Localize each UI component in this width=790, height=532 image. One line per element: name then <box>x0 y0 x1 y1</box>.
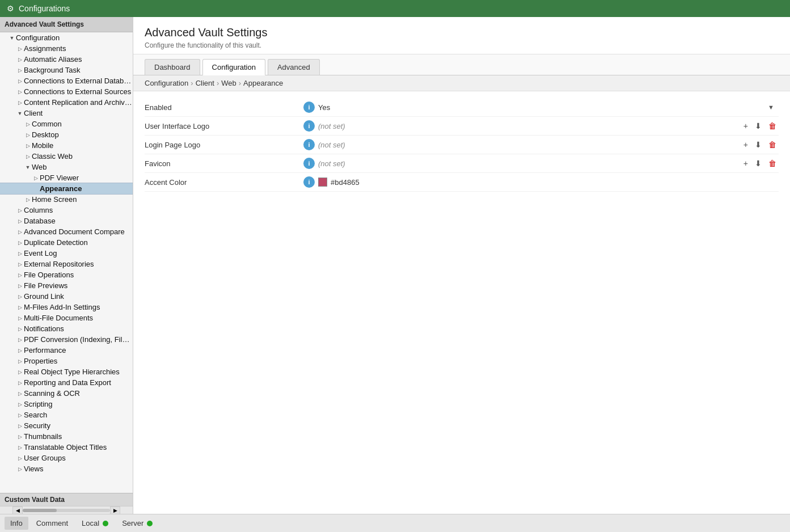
tab-configuration[interactable]: Configuration <box>202 59 265 75</box>
sidebar-item-user-groups[interactable]: ▷User Groups <box>0 453 133 463</box>
sidebar-item-assignments[interactable]: ▷Assignments <box>0 43 133 54</box>
status-tab-local[interactable]: Local <box>76 517 114 530</box>
tree-arrow: ▷ <box>16 217 24 225</box>
add-btn-user-interface-logo[interactable]: + <box>741 120 750 132</box>
status-tab-info[interactable]: Info <box>5 517 28 530</box>
gear-icon: ⚙ <box>7 4 14 13</box>
scrollbar-thumb[interactable] <box>23 509 57 512</box>
sidebar-item-search[interactable]: ▷Search <box>0 409 133 420</box>
sidebar-horizontal-scrollbar[interactable]: ◀ ▶ <box>0 506 133 514</box>
settings-area: EnablediYes▼User Interface Logoi(not set… <box>133 91 790 514</box>
settings-actions-login-page-logo: +⬇🗑 <box>741 139 779 150</box>
tree-arrow: ▷ <box>16 228 24 236</box>
add-btn-login-page-logo[interactable]: + <box>741 139 750 150</box>
sidebar-item-configuration[interactable]: ▼Configuration <box>0 32 133 43</box>
tree-arrow: ▷ <box>16 347 24 354</box>
sidebar-item-real-object-types[interactable]: ▷Real Object Type Hierarchies <box>0 366 133 377</box>
tree-arrow: ▷ <box>16 325 24 333</box>
tree-label: Scripting <box>24 400 133 408</box>
scroll-right-btn[interactable]: ▶ <box>110 506 120 514</box>
sidebar-item-desktop[interactable]: ▷Desktop <box>0 129 133 140</box>
info-icon-login-page-logo[interactable]: i <box>303 139 315 150</box>
settings-row-login-page-logo: Login Page Logoi(not set)+⬇🗑 <box>145 136 779 154</box>
tree-label: Content Replication and Archiving <box>24 98 133 107</box>
sidebar-item-database[interactable]: ▷Database <box>0 216 133 226</box>
sidebar-item-connections-ext-sources[interactable]: ▷Connections to External Sources <box>0 86 133 97</box>
tree-arrow: ▷ <box>16 400 24 408</box>
sidebar-content[interactable]: ▼Configuration▷Assignments▷Automatic Ali… <box>0 32 133 493</box>
sidebar-item-home-screen[interactable]: ▷Home Screen <box>0 194 133 205</box>
sidebar-item-connections-ext-db[interactable]: ▷Connections to External Database <box>0 75 133 86</box>
delete-btn-favicon[interactable]: 🗑 <box>766 158 779 169</box>
tree-arrow: ▷ <box>24 142 32 150</box>
tree-label: Automatic Aliases <box>24 55 133 64</box>
sidebar-item-web[interactable]: ▼Web <box>0 162 133 172</box>
sidebar-item-columns[interactable]: ▷Columns <box>0 205 133 216</box>
delete-btn-login-page-logo[interactable]: 🗑 <box>766 139 779 150</box>
info-icon-enabled[interactable]: i <box>303 102 315 113</box>
tabs-bar: DashboardConfigurationAdvanced <box>133 54 790 75</box>
sidebar-item-duplicate-detection[interactable]: ▷Duplicate Detection <box>0 237 133 248</box>
sidebar-item-mobile[interactable]: ▷Mobile <box>0 140 133 151</box>
download-btn-login-page-logo[interactable]: ⬇ <box>753 139 764 150</box>
tree-label: Assignments <box>24 44 133 53</box>
sidebar-footer-custom-vault[interactable]: Custom Vault Data <box>0 493 133 506</box>
add-btn-favicon[interactable]: + <box>741 158 750 169</box>
sidebar-item-content-replication[interactable]: ▷Content Replication and Archiving <box>0 97 133 108</box>
sidebar-item-scripting[interactable]: ▷Scripting <box>0 399 133 409</box>
breadcrumb-item-1[interactable]: Client <box>196 79 214 87</box>
settings-row-favicon: Faviconi(not set)+⬇🗑 <box>145 154 779 173</box>
sidebar-item-advanced-doc-compare[interactable]: ▷Advanced Document Compare <box>0 226 133 237</box>
tree-label: Security <box>24 421 133 430</box>
sidebar-item-file-operations[interactable]: ▷File Operations <box>0 269 133 280</box>
sidebar-item-automatic-aliases[interactable]: ▷Automatic Aliases <box>0 54 133 65</box>
sidebar-item-scanning-ocr[interactable]: ▷Scanning & OCR <box>0 388 133 399</box>
sidebar-item-thumbnails[interactable]: ▷Thumbnails <box>0 431 133 442</box>
sidebar-item-event-log[interactable]: ▷Event Log <box>0 248 133 259</box>
download-btn-user-interface-logo[interactable]: ⬇ <box>753 120 764 132</box>
scroll-left-btn[interactable]: ◀ <box>12 506 23 514</box>
sidebar-item-security[interactable]: ▷Security <box>0 420 133 431</box>
tree-arrow: ▷ <box>24 196 32 204</box>
sidebar-item-multi-file[interactable]: ▷Multi-File Documents <box>0 313 133 323</box>
sidebar-item-file-previews[interactable]: ▷File Previews <box>0 280 133 291</box>
sidebar-item-ground-link[interactable]: ▷Ground Link <box>0 291 133 302</box>
sidebar-item-external-repositories[interactable]: ▷External Repositories <box>0 259 133 269</box>
status-tab-server[interactable]: Server <box>116 517 158 530</box>
breadcrumb-item-2[interactable]: Web <box>221 79 236 87</box>
tree-label: Connections to External Database <box>24 77 133 85</box>
sidebar-item-notifications[interactable]: ▷Notifications <box>0 323 133 334</box>
breadcrumb-item-0[interactable]: Configuration <box>145 79 188 87</box>
sidebar-item-views[interactable]: ▷Views <box>0 463 133 474</box>
tab-advanced[interactable]: Advanced <box>268 59 320 75</box>
color-swatch-accent-color[interactable] <box>318 178 327 187</box>
dropdown-arrow-enabled[interactable]: ▼ <box>768 104 774 111</box>
info-icon-accent-color[interactable]: i <box>303 176 315 188</box>
tree-arrow: ▷ <box>24 131 32 139</box>
sidebar-item-pdf-viewer[interactable]: ▷PDF Viewer <box>0 172 133 183</box>
sidebar-item-classic-web[interactable]: ▷Classic Web <box>0 151 133 162</box>
tree-arrow: ▷ <box>24 153 32 161</box>
status-tab-comment[interactable]: Comment <box>31 517 74 530</box>
tree-label: User Groups <box>24 454 133 462</box>
sidebar-item-mfiles-addin[interactable]: ▷M-Files Add-In Settings <box>0 302 133 313</box>
tree-arrow: ▷ <box>16 379 24 387</box>
settings-label-accent-color: Accent Color <box>145 178 303 187</box>
sidebar-item-appearance[interactable]: Appearance <box>0 183 133 194</box>
info-icon-user-interface-logo[interactable]: i <box>303 120 315 132</box>
status-tab-label-local: Local <box>82 519 99 527</box>
download-btn-favicon[interactable]: ⬇ <box>753 158 764 169</box>
delete-btn-user-interface-logo[interactable]: 🗑 <box>766 120 779 132</box>
sidebar-item-performance[interactable]: ▷Performance <box>0 345 133 356</box>
tab-dashboard[interactable]: Dashboard <box>145 59 200 75</box>
sidebar-item-background-task[interactable]: ▷Background Task <box>0 65 133 75</box>
sidebar-item-properties[interactable]: ▷Properties <box>0 356 133 366</box>
sidebar-item-translatable-titles[interactable]: ▷Translatable Object Titles <box>0 442 133 453</box>
sidebar-item-client[interactable]: ▼Client <box>0 108 133 119</box>
info-icon-favicon[interactable]: i <box>303 158 315 169</box>
sidebar-item-reporting[interactable]: ▷Reporting and Data Export <box>0 377 133 388</box>
tree-label: Scanning & OCR <box>24 389 133 398</box>
not-set-text-favicon: (not set) <box>318 159 345 168</box>
sidebar-item-common[interactable]: ▷Common <box>0 119 133 129</box>
sidebar-item-pdf-conversion[interactable]: ▷PDF Conversion (Indexing, File Pre... <box>0 334 133 345</box>
